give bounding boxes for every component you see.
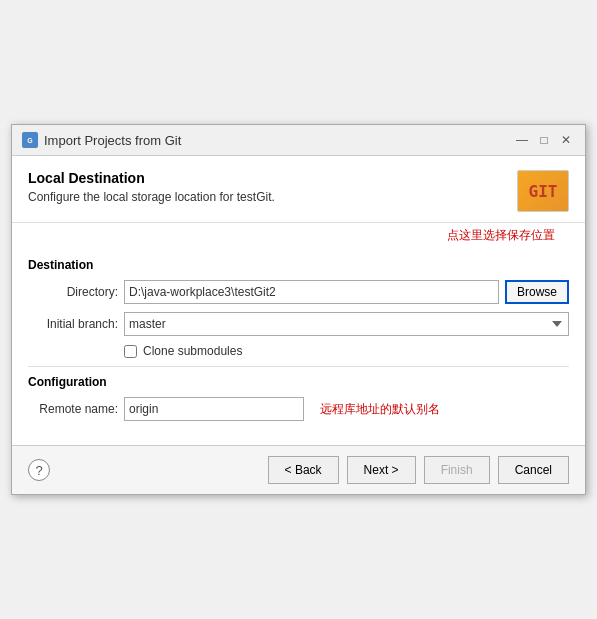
footer-right: < Back Next > Finish Cancel <box>268 456 569 484</box>
initial-branch-label: Initial branch: <box>28 317 118 331</box>
configuration-section: Configuration Remote name: 远程库地址的默认别名 <box>28 375 569 421</box>
svg-text:G: G <box>27 137 33 144</box>
header-section: Local Destination Configure the local st… <box>12 156 585 223</box>
clone-submodules-checkbox[interactable] <box>124 345 137 358</box>
configuration-section-label: Configuration <box>28 375 569 389</box>
directory-row: Directory: Browse <box>28 280 569 304</box>
header-title: Local Destination <box>28 170 275 186</box>
finish-button[interactable]: Finish <box>424 456 490 484</box>
remote-name-label: Remote name: <box>28 402 118 416</box>
minimize-button[interactable]: — <box>513 131 531 149</box>
destination-section-label: Destination <box>28 258 569 272</box>
remote-name-input[interactable] <box>124 397 304 421</box>
remote-name-row: Remote name: 远程库地址的默认别名 <box>28 397 569 421</box>
title-controls: — □ ✕ <box>513 131 575 149</box>
title-bar-left: G Import Projects from Git <box>22 132 181 148</box>
footer: ? < Back Next > Finish Cancel <box>12 445 585 494</box>
initial-branch-select[interactable]: master <box>124 312 569 336</box>
cancel-button[interactable]: Cancel <box>498 456 569 484</box>
initial-branch-row: Initial branch: master <box>28 312 569 336</box>
next-button[interactable]: Next > <box>347 456 416 484</box>
directory-label: Directory: <box>28 285 118 299</box>
dialog: G Import Projects from Git — □ ✕ Local D… <box>11 124 586 495</box>
footer-left: ? <box>28 459 50 481</box>
git-logo: GIT <box>517 170 569 212</box>
dialog-title: Import Projects from Git <box>44 133 181 148</box>
content-area: Destination Directory: Browse Initial br… <box>12 244 585 445</box>
close-button[interactable]: ✕ <box>557 131 575 149</box>
clone-submodules-label[interactable]: Clone submodules <box>143 344 242 358</box>
title-bar: G Import Projects from Git — □ ✕ <box>12 125 585 156</box>
clone-submodules-row: Clone submodules <box>124 344 569 358</box>
header-subtitle: Configure the local storage location for… <box>28 190 275 204</box>
annotation-top-area: 点这里选择保存位置 <box>12 227 585 244</box>
annotation-top-text: 点这里选择保存位置 <box>447 227 555 244</box>
browse-button[interactable]: Browse <box>505 280 569 304</box>
maximize-button[interactable]: □ <box>535 131 553 149</box>
header-text: Local Destination Configure the local st… <box>28 170 275 204</box>
directory-input[interactable] <box>124 280 499 304</box>
back-button[interactable]: < Back <box>268 456 339 484</box>
git-title-icon: G <box>22 132 38 148</box>
help-button[interactable]: ? <box>28 459 50 481</box>
git-logo-text: GIT <box>529 182 558 201</box>
separator <box>28 366 569 367</box>
annotation-inline-text: 远程库地址的默认别名 <box>320 401 440 418</box>
git-logo-wrapper: GIT <box>517 170 569 212</box>
